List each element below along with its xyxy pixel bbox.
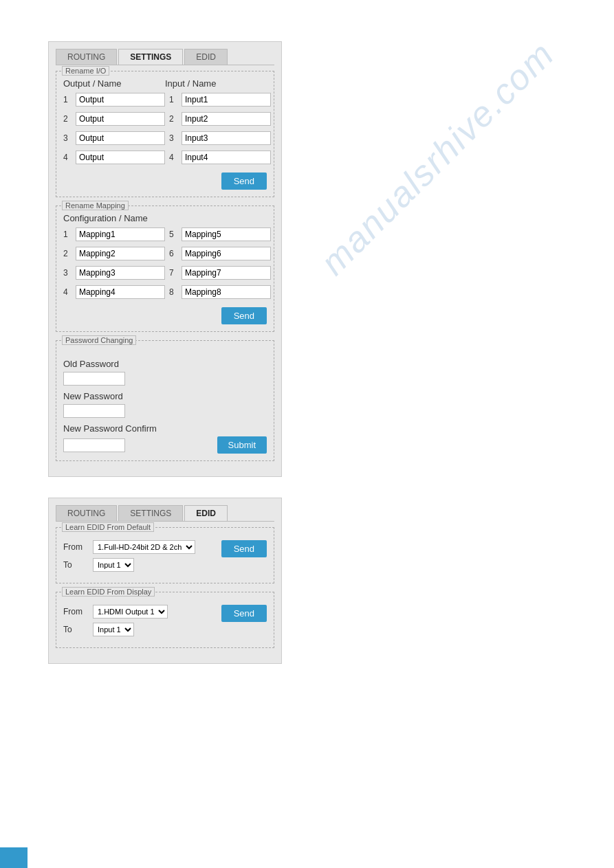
mapping-input-6[interactable] [182,247,271,260]
mapping-input-2[interactable] [76,247,165,260]
mapping-col-left: 1 2 3 4 [63,227,165,302]
tab-bar-1: ROUTING SETTINGS EDID [56,49,274,65]
rename-mapping-send-button[interactable]: Send [221,307,267,324]
tab-edid-1[interactable]: EDID [184,49,228,65]
edid-from-row-display: From 1.HDMI Output 1 [63,605,168,619]
settings-panel: ROUTING SETTINGS EDID Rename I/O Output … [48,41,282,477]
mapping-num-4: 4 [63,287,73,297]
mapping-num-1: 1 [63,230,73,239]
output-num-1: 1 [63,95,73,104]
tab-routing-1[interactable]: ROUTING [56,49,117,65]
table-row: 3 [63,266,165,280]
table-row: 8 [169,285,271,299]
table-row: 1 [63,227,165,241]
output-input-2[interactable] [76,112,165,126]
input-num-2: 2 [169,114,179,124]
table-row: 3 [169,131,271,145]
mapping-grid: 1 2 3 4 [63,227,267,302]
edid-default-send-button[interactable]: Send [221,540,267,557]
output-input-1[interactable] [76,93,165,107]
tab-settings-2[interactable]: SETTINGS [118,505,183,521]
mapping-input-5[interactable] [182,227,271,241]
edid-from-to-display: From 1.HDMI Output 1 To Input 1 [63,605,168,641]
edid-from-to-default: From 1.Full-HD-24bit 2D & 2ch To Input 1 [63,540,195,576]
table-row: 1 [169,93,271,107]
edid-from-label-default: From [63,542,87,552]
mapping-input-1[interactable] [76,227,165,241]
table-row: 4 [63,285,165,299]
output-header: Output / Name [63,78,165,89]
mapping-input-4[interactable] [76,285,165,299]
edid-to-label-display: To [63,625,87,634]
password-section-label: Password Changing [62,335,136,345]
output-num-4: 4 [63,153,73,162]
rename-mapping-label: Rename Mapping [62,201,129,210]
mapping-num-7: 7 [169,268,179,278]
table-row: 1 [63,93,165,107]
input-field-2[interactable] [182,112,271,126]
password-section: Password Changing Old Password New Passw… [56,340,274,461]
table-row: 3 [63,131,165,145]
table-row: 7 [169,266,271,280]
table-row: 5 [169,227,271,241]
old-password-label: Old Password [63,359,267,369]
new-password-confirm-label: New Password Confirm [63,423,267,434]
rename-io-label: Rename I/O [62,66,109,76]
tab-routing-2[interactable]: ROUTING [56,505,117,521]
table-row: 4 [169,151,271,164]
edid-to-select-default[interactable]: Input 1 [93,558,134,572]
submit-button[interactable]: Submit [217,436,267,454]
password-form: Old Password New Password New Password C… [63,348,267,454]
edid-to-label-default: To [63,560,87,570]
output-input-4[interactable] [76,151,165,164]
input-field-3[interactable] [182,131,271,145]
watermark: manualsrhive.com [312,33,562,282]
tab-bar-2: ROUTING SETTINGS EDID [56,505,274,522]
input-field-4[interactable] [182,151,271,164]
config-header: Configuration / Name [63,213,267,223]
edid-from-label-display: From [63,607,87,616]
new-password-input[interactable] [63,404,125,418]
table-row: 2 [63,247,165,260]
mapping-input-7[interactable] [182,266,271,280]
learn-edid-display-section: Learn EDID From Display From 1.HDMI Outp… [56,592,274,648]
edid-to-row-default: To Input 1 [63,558,195,572]
new-password-label: New Password [63,391,267,401]
mapping-col-right: 5 6 7 8 [169,227,271,302]
io-columns: 1 2 3 4 [63,93,267,167]
edid-to-select-display[interactable]: Input 1 [93,623,134,636]
mapping-num-5: 5 [169,230,179,239]
edid-panel: ROUTING SETTINGS EDID Learn EDID From De… [48,498,282,664]
table-row: 4 [63,151,165,164]
edid-from-row-default: From 1.Full-HD-24bit 2D & 2ch [63,540,195,554]
mapping-input-3[interactable] [76,266,165,280]
output-num-2: 2 [63,114,73,124]
confirm-submit-row: Submit [63,436,267,454]
output-col: 1 2 3 4 [63,93,165,167]
input-field-1[interactable] [182,93,271,107]
edid-from-select-default[interactable]: 1.Full-HD-24bit 2D & 2ch [93,540,195,554]
output-num-3: 3 [63,133,73,143]
input-col: 1 2 3 4 [169,93,271,167]
edid-to-row-display: To Input 1 [63,623,168,636]
learn-edid-display-label: Learn EDID From Display [62,587,155,597]
input-num-1: 1 [169,95,179,104]
old-password-input[interactable] [63,372,125,386]
rename-io-send-button[interactable]: Send [221,173,267,190]
mapping-input-8[interactable] [182,285,271,299]
mapping-num-6: 6 [169,249,179,258]
new-password-confirm-input[interactable] [63,438,125,452]
tab-settings-1[interactable]: SETTINGS [118,49,183,65]
rename-io-section: Rename I/O Output / Name Input / Name 1 … [56,71,274,197]
edid-from-select-display[interactable]: 1.HDMI Output 1 [93,605,168,619]
table-row: 2 [169,112,271,126]
rename-mapping-section: Rename Mapping Configuration / Name 1 2 … [56,205,274,332]
input-num-4: 4 [169,153,179,162]
learn-edid-default-section: Learn EDID From Default From 1.Full-HD-2… [56,527,274,583]
output-input-3[interactable] [76,131,165,145]
edid-display-send-button[interactable]: Send [221,605,267,622]
input-header: Input / Name [165,78,267,89]
input-num-3: 3 [169,133,179,143]
tab-edid-2[interactable]: EDID [184,505,228,521]
mapping-num-3: 3 [63,268,73,278]
